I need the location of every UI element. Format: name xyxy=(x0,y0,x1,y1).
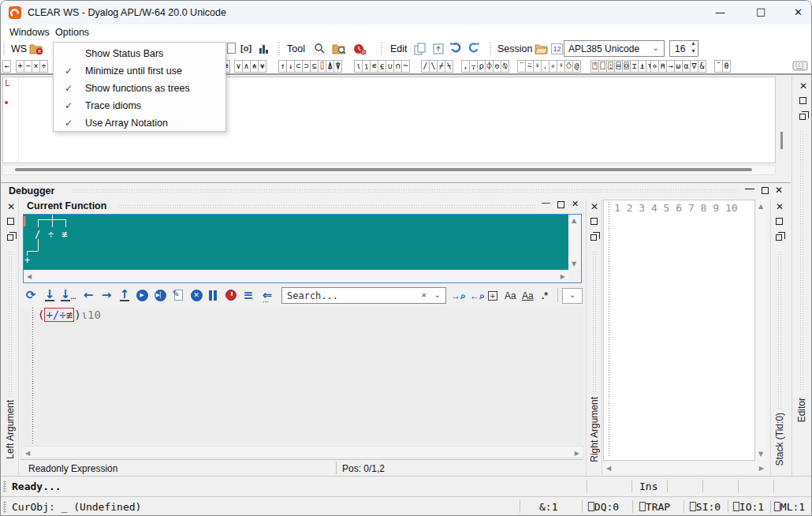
debugger-search-input[interactable]: Search... × ⌄ xyxy=(281,287,446,304)
state-indicator-icon[interactable] xyxy=(353,43,367,55)
debugger-minimize-icon[interactable]: — xyxy=(745,183,754,194)
toolbar-expand-button[interactable]: ⌄ xyxy=(562,288,583,304)
stack-caption[interactable]: Stack (Tid:0) xyxy=(774,413,785,466)
editor-close-icon[interactable]: ✕ xyxy=(799,80,807,92)
threads-icon[interactable] xyxy=(223,286,239,304)
back-icon[interactable]: ← xyxy=(80,286,96,304)
find-prev-icon[interactable]: ←⌕ xyxy=(470,288,485,304)
redo-icon[interactable] xyxy=(467,42,482,56)
session-vscroll-thumb[interactable] xyxy=(780,132,783,149)
menu-item-use-array-notation[interactable]: ✓ Use Array Notation xyxy=(54,114,225,132)
ws-search-icon[interactable] xyxy=(332,42,347,55)
apl-symbol[interactable]: ⍀ xyxy=(445,60,453,73)
new-page-icon[interactable] xyxy=(227,43,236,54)
stack-list-icon[interactable]: ≡∙ xyxy=(241,286,257,304)
object-icon[interactable]: [o] xyxy=(240,43,251,53)
font-size-spinner[interactable]: 16 ▲ ▼ xyxy=(669,40,698,57)
apl-symbol[interactable]: & xyxy=(698,60,706,73)
right-arg-caption[interactable]: Right Argument xyxy=(589,397,600,462)
status-row-ready: Ready... Ins xyxy=(1,476,811,496)
apl-symbol[interactable]: ⍉ xyxy=(501,60,509,73)
left-arg-restore-icon[interactable] xyxy=(7,234,13,241)
left-arg-maximize-icon[interactable] xyxy=(7,218,14,225)
search-tool-icon[interactable] xyxy=(313,43,326,55)
apl-symbol[interactable]: ⍱ xyxy=(258,60,266,73)
menu-item-trace-idioms[interactable]: ✓ Trace idioms xyxy=(54,97,225,114)
step-into-icon[interactable]: ↓ xyxy=(42,286,58,304)
cf-vscrollbar[interactable]: ▲ ▼ xyxy=(568,215,581,270)
step-over-icon[interactable]: ↓⋯ xyxy=(61,286,76,304)
right-arg-maximize-icon[interactable] xyxy=(590,218,598,225)
search-clear-icon[interactable]: × xyxy=(422,290,426,300)
debugger-maximize-icon[interactable] xyxy=(762,187,769,194)
cf-close-icon[interactable]: ✕ xyxy=(572,199,579,209)
session-line-marker: L xyxy=(5,78,10,88)
stack-maximize-icon[interactable] xyxy=(776,218,783,225)
stack-restore-icon[interactable] xyxy=(776,234,782,241)
close-icon[interactable]: ✕ xyxy=(794,6,803,18)
left-arg-close-icon[interactable]: ✕ xyxy=(7,201,15,212)
session-load-icon[interactable] xyxy=(535,42,549,55)
continue-icon[interactable]: ▶ xyxy=(134,286,150,304)
menu-item-show-functions-as-trees[interactable]: ✓ Show functions as trees xyxy=(54,80,225,97)
editor-caption[interactable]: Editor xyxy=(796,398,807,422)
code-hscrollbar[interactable]: ◀ ▶ xyxy=(21,446,583,458)
minimize-icon[interactable]: — xyxy=(715,6,725,18)
find-next-icon[interactable]: →⌕ xyxy=(451,288,466,304)
forward-icon[interactable]: → xyxy=(99,286,114,304)
match-case-icon[interactable]: Aa xyxy=(505,288,516,304)
copy-icon[interactable] xyxy=(414,43,426,55)
editor-strip-texture xyxy=(799,130,805,391)
right-arg-restore-icon[interactable] xyxy=(590,234,597,241)
session-hscroll-thumb[interactable] xyxy=(15,168,752,171)
apl-symbol[interactable]: @ xyxy=(572,60,581,73)
undo-icon[interactable] xyxy=(448,42,462,56)
apl-symbol[interactable]: ← xyxy=(2,60,11,73)
edit-fn-icon[interactable]: ✎ xyxy=(170,286,186,304)
right-arg-vscrollbar[interactable]: ▲ ▼ xyxy=(755,200,767,461)
debugger-close-icon[interactable]: ✕ xyxy=(775,185,783,196)
match-brackets-icon[interactable]: + xyxy=(488,288,497,304)
interrupt-icon[interactable]: ✕ xyxy=(188,286,204,304)
status-row-curobj: CurObj: _ (Undefined) &:1 ⎕DQ:0 ⎕TRAP ⎕S… xyxy=(1,496,811,516)
thread-count: &:1 xyxy=(539,501,557,513)
regex-icon[interactable]: .* xyxy=(542,288,548,304)
stack-close-icon[interactable]: ✕ xyxy=(776,201,784,212)
cf-maximize-icon[interactable] xyxy=(557,201,564,208)
pause-icon[interactable] xyxy=(205,286,221,304)
cf-minimize-icon[interactable]: — xyxy=(542,197,550,207)
quit-line-icon[interactable]: ⇐∙∙∙ xyxy=(259,286,275,304)
maximize-icon[interactable]: □ xyxy=(756,6,765,17)
right-arg-close-icon[interactable]: ✕ xyxy=(590,201,598,212)
left-arg-caption[interactable]: Left Argument xyxy=(5,400,16,459)
right-arg-hscrollbar[interactable]: ◀ ▶ xyxy=(603,462,767,474)
font-select[interactable]: APL385 Unicode ⌄ xyxy=(564,40,665,57)
right-arg-margin-rule xyxy=(609,202,609,458)
stack-dock-strip: ✕ Stack (Tid:0) xyxy=(770,199,788,475)
editor-restore-icon[interactable] xyxy=(799,114,806,120)
menu-item-minimize-until-first-use[interactable]: ✓ Minimize until first use xyxy=(54,62,225,80)
debugger-status-text: Readonly Expression xyxy=(28,463,117,474)
apl-symbol[interactable]: ÷ xyxy=(39,60,48,73)
editor-maximize-icon[interactable] xyxy=(799,97,806,104)
keyboard-icon[interactable] xyxy=(792,60,808,72)
chart-icon[interactable] xyxy=(259,43,270,54)
cf-hscrollbar[interactable]: ◀ ▶ xyxy=(24,270,568,282)
apl-symbol[interactable]: ~ xyxy=(401,60,410,73)
apl-symbol[interactable]: ⍬ xyxy=(722,60,731,73)
continue-all-icon[interactable]: ▶▏ xyxy=(152,286,168,304)
step-out-icon[interactable]: ↑ xyxy=(117,286,132,304)
right-arg-content[interactable]: 1 2 3 4 5 6 7 8 9 10 xyxy=(603,200,755,461)
editor-dock-strip: ✕ Editor xyxy=(792,77,812,476)
clear-ws-icon[interactable] xyxy=(29,42,44,55)
paste-icon[interactable] xyxy=(432,43,445,55)
menu-options[interactable]: Options xyxy=(55,27,89,38)
match-word-icon[interactable]: Aa xyxy=(522,288,534,304)
apl-symbol[interactable]: ⍒ xyxy=(333,60,342,73)
line-numbers-icon[interactable]: 12 xyxy=(551,43,563,54)
restart-icon[interactable]: ⟳ xyxy=(23,286,39,304)
menu-windows[interactable]: Windows xyxy=(9,27,50,38)
trace-code-area[interactable]: (+/÷≢)⍳10 xyxy=(21,308,583,446)
search-dropdown-icon[interactable]: ⌄ xyxy=(434,290,441,299)
menu-item-show-status-bars[interactable]: Show Status Bars xyxy=(54,45,225,62)
